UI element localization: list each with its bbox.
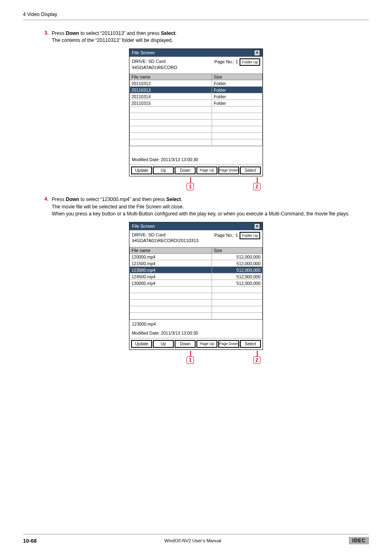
cell-size: 512,000,000 (212, 260, 263, 267)
page-up-button[interactable]: Page Up (196, 340, 217, 348)
window-titlebar: File Screen ✕ (129, 222, 263, 230)
section-header: 4 Video Display (23, 12, 369, 20)
cell-name: 123000.mp4 (130, 267, 212, 273)
modified-date: Modified Date: 2011/3/13 13:00:30 (132, 331, 260, 335)
select-button[interactable]: Select (240, 340, 261, 348)
step-subtext: The contents of the “20110313” folder wi… (52, 37, 369, 44)
file-table: File name Size 20110312Folder20110313Fol… (129, 74, 263, 146)
t: Down (66, 30, 79, 36)
page-no: Page No.: 1 (214, 58, 240, 71)
step-subtext: The movie file will be selected and the … (52, 204, 369, 210)
page-footer: 10-68 WindO/I-NV2 User’s Manual IDEC (23, 534, 369, 544)
down-button[interactable]: Down (175, 166, 196, 174)
cell-name: 124500.mp4 (130, 273, 212, 280)
drive-label: DRIVE: SD Card (132, 232, 214, 238)
cell-name: 121500.mp4 (130, 260, 212, 267)
window-titlebar: File Screen ✕ (129, 49, 263, 57)
page-down-button[interactable]: Page Down (218, 340, 239, 348)
page-down-button[interactable]: Page Down (218, 166, 239, 174)
status-area: Modified Date: 2011/3/13 13:00:30 (129, 146, 263, 165)
table-row[interactable]: 20110314Folder (130, 93, 263, 100)
table-row[interactable]: 130000.mp4512,000,000 (130, 280, 263, 287)
t: Press (52, 197, 66, 202)
callout-2: 2 (253, 356, 261, 364)
update-button[interactable]: Update (131, 340, 152, 348)
t: Down (66, 197, 79, 202)
table-row-empty (130, 306, 263, 313)
table-row[interactable]: 123000.mp4512,000,000 (130, 267, 263, 273)
callout-2: 2 (253, 183, 261, 190)
step-number: 3. (44, 30, 52, 36)
cell-size: Folder (212, 80, 263, 87)
step-3: 3. Press Down to select “20110313” and t… (44, 30, 369, 44)
selected-file: 123000.mp4 (132, 321, 260, 326)
update-button[interactable]: Update (131, 166, 152, 174)
table-row[interactable]: 120000.mp4512,000,000 (130, 254, 263, 260)
col-header-size: Size (212, 247, 263, 254)
cell-name: 120000.mp4 (130, 254, 212, 260)
step-number: 4. (44, 196, 52, 202)
manual-title: WindO/I-NV2 User’s Manual (37, 538, 349, 543)
page-up-button[interactable]: Page Up (196, 166, 217, 174)
table-row-empty (130, 293, 263, 300)
up-button[interactable]: Up (153, 340, 174, 348)
step-4: 4. Press Down to select “123000.mp4” and… (44, 196, 369, 217)
table-row-empty (130, 126, 263, 133)
t: to select “123000.mp4” and then press (79, 197, 166, 202)
table-row[interactable]: 20110315Folder (130, 100, 263, 106)
modified-date: Modified Date: 2011/3/13 13:00:30 (132, 157, 260, 162)
t: Select (166, 197, 181, 202)
status-area: 123000.mp4 Modified Date: 2011/3/13 13:0… (129, 319, 263, 338)
cell-name: 20110314 (130, 93, 212, 100)
file-screen-1: File Screen ✕ DRIVE: SD Card \HGDATA01\R… (129, 49, 263, 177)
close-icon[interactable]: ✕ (254, 223, 260, 229)
close-icon[interactable]: ✕ (254, 50, 260, 56)
t: to select “20110313” and then press (79, 30, 161, 36)
drive-label: DRIVE: SD Card (132, 58, 214, 65)
window-title: File Screen (132, 50, 155, 55)
step-text: Press Down to select “20110313” and then… (52, 30, 369, 37)
cell-size: Folder (212, 87, 263, 93)
cell-size: 512,000,000 (212, 267, 263, 273)
up-button[interactable]: Up (153, 166, 174, 174)
t: Select (161, 30, 175, 36)
t: . (175, 30, 177, 36)
cell-name: 20110313 (130, 87, 212, 93)
table-row[interactable]: 20110313Folder (130, 87, 263, 93)
cell-size: Folder (212, 93, 263, 100)
col-header-name: File name (130, 74, 212, 80)
brand-logo: IDEC (349, 537, 369, 544)
drive-info: DRIVE: SD Card \HGDATA01\RECORD\20110313 (132, 232, 214, 244)
table-row-empty (130, 106, 263, 113)
cell-size: 512,000,000 (212, 254, 263, 260)
select-button[interactable]: Select (240, 166, 261, 174)
folder-up-button[interactable]: Folder Up (240, 58, 260, 66)
col-header-name: File name (130, 247, 212, 254)
step-subtext: When you press a key button or a Multi-B… (52, 210, 369, 217)
callout-1: 1 (187, 183, 194, 190)
table-row-empty (130, 120, 263, 126)
drive-info: DRIVE: SD Card \HGDATA01\RECORD (132, 58, 214, 71)
file-table: File name Size 120000.mp4512,000,0001215… (129, 247, 263, 319)
cell-size: 512,000,000 (212, 280, 263, 287)
step-text: Press Down to select “123000.mp4” and th… (52, 196, 369, 203)
table-row-empty (130, 139, 263, 146)
t: . (181, 197, 182, 202)
cell-name: 20110312 (130, 80, 212, 87)
folder-up-button[interactable]: Folder Up (240, 232, 260, 239)
table-row-empty (130, 113, 263, 120)
window-title: File Screen (132, 224, 155, 229)
col-header-size: Size (212, 74, 263, 80)
cell-name: 130000.mp4 (130, 280, 212, 287)
table-row[interactable]: 20110312Folder (130, 80, 263, 87)
t: Press (52, 30, 66, 36)
cell-size: 512,000,000 (212, 273, 263, 280)
table-row[interactable]: 124500.mp4512,000,000 (130, 273, 263, 280)
file-screen-2: File Screen ✕ DRIVE: SD Card \HGDATA01\R… (129, 222, 263, 350)
down-button[interactable]: Down (175, 340, 196, 348)
page-number: 10-68 (23, 538, 37, 544)
page-no: Page No.: 1 (214, 232, 240, 244)
cell-name: 20110315 (130, 100, 212, 106)
table-row[interactable]: 121500.mp4512,000,000 (130, 260, 263, 267)
table-row-empty (130, 300, 263, 306)
